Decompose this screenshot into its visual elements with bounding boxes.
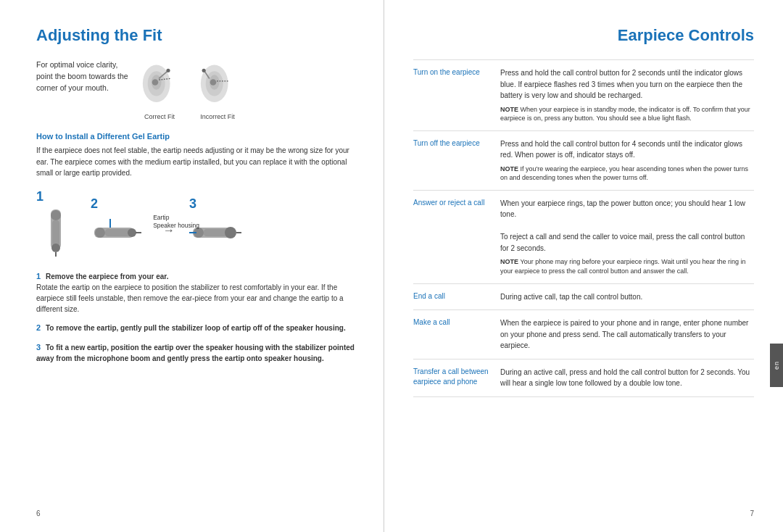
ctrl-row-1: Turn off the earpiecePress and hold the …	[413, 130, 754, 190]
left-page-title: Adjusting the Fit	[36, 26, 355, 45]
svg-point-20	[95, 228, 105, 238]
gel-eartip-body: If the earpiece does not feel stable, th…	[36, 145, 355, 179]
ctrl-label-1: Turn off the earpiece	[413, 130, 500, 190]
left-page: Adjusting the Fit For optimal voice clar…	[0, 0, 384, 532]
gel-eartip-section-title: How to Install a Different Gel Eartip	[36, 132, 355, 141]
ctrl-row-5: Transfer a call between earpiece and pho…	[413, 359, 754, 396]
svg-point-10	[210, 79, 217, 86]
ctrl-note-1: NOTE If you're wearing the earpiece, you…	[500, 165, 754, 183]
numbered-steps: 1 Remove the earpiece from your ear. Rot…	[36, 270, 355, 365]
ctrl-row-2: Answer or reject a callWhen your earpiec…	[413, 190, 754, 283]
svg-point-3	[152, 79, 159, 86]
step-2-label: 2	[36, 323, 41, 332]
incorrect-fit-image: Incorrect Fit	[196, 59, 239, 120]
step-1-body: Rotate the eartip on the earpiece to pos…	[36, 283, 344, 313]
diagram-step-1-num: 1	[36, 189, 44, 204]
ctrl-content-2: When your earpiece rings, tap the power …	[500, 190, 754, 283]
diagram-step-2: 2 Eartip Speaker housing	[91, 196, 149, 253]
ctrl-content-4: When the earpiece is paired to your phon…	[500, 310, 754, 359]
svg-rect-16	[52, 220, 59, 246]
step1-svg	[36, 206, 76, 260]
steps-diagram-row: 1 2	[36, 189, 355, 260]
ctrl-row-0: Turn on the earpiecePress and hold the c…	[413, 60, 754, 131]
ctrl-label-0: Turn on the earpiece	[413, 60, 500, 131]
step-3-bold: To fit a new eartip, position the eartip…	[36, 344, 355, 363]
step-item-3: 3 To fit a new eartip, position the eart…	[36, 341, 355, 365]
correct-fit-image: Correct Fit	[138, 59, 181, 120]
ctrl-content-0: Press and hold the call control button f…	[500, 60, 754, 131]
controls-table: Turn on the earpiecePress and hold the c…	[413, 59, 754, 397]
step-item-1: 1 Remove the earpiece from your ear. Rot…	[36, 270, 355, 315]
ctrl-content-5: During an active call, press and hold th…	[500, 359, 754, 396]
ctrl-label-5: Transfer a call between earpiece and pho…	[413, 359, 500, 396]
ctrl-content-3: During active call, tap the call control…	[500, 283, 754, 310]
step-1-label: 1	[36, 272, 41, 280]
side-tab-text: en	[773, 361, 780, 370]
ctrl-row-4: Make a callWhen the earpiece is paired t…	[413, 310, 754, 359]
right-page-number: 7	[750, 510, 754, 518]
svg-point-5	[166, 69, 170, 72]
right-page-title: Earpiece Controls	[413, 26, 754, 45]
diagram-step-1: 1	[36, 189, 76, 260]
svg-point-17	[51, 244, 60, 252]
step-3-label: 3	[36, 343, 41, 352]
right-page: Earpiece Controls Turn on the earpiecePr…	[384, 0, 783, 532]
left-page-number: 6	[36, 510, 41, 518]
eartip-label: Eartip Speaker housing	[153, 214, 199, 230]
ctrl-row-3: End a callDuring active call, tap the ca…	[413, 283, 754, 310]
diagram-step-2-num: 2	[91, 196, 98, 212]
svg-point-28	[225, 227, 236, 238]
diagram-step-3-num: 3	[189, 196, 196, 212]
step2-svg	[91, 213, 149, 253]
correct-fit-section: For optimal voice clarity, point the boo…	[36, 59, 355, 120]
step-item-2: 2 To remove the eartip, gently pull the …	[36, 322, 355, 334]
svg-point-12	[202, 69, 206, 72]
ctrl-label-3: End a call	[413, 283, 500, 310]
svg-point-22	[128, 228, 136, 237]
correct-fit-label: Correct Fit	[144, 113, 175, 120]
ctrl-label-4: Make a call	[413, 310, 500, 359]
step-2-bold: To remove the eartip, gently pull the st…	[46, 324, 346, 332]
side-tab: en	[770, 344, 783, 387]
ctrl-content-1: Press and hold the call control button f…	[500, 130, 754, 190]
incorrect-fit-label: Incorrect Fit	[200, 113, 235, 120]
incorrect-fit-svg	[196, 59, 239, 110]
svg-rect-21	[105, 229, 130, 236]
svg-point-15	[51, 210, 61, 220]
ctrl-label-2: Answer or reject a call	[413, 190, 500, 283]
fit-description: For optimal voice clarity, point the boo…	[36, 59, 130, 93]
correct-fit-svg	[138, 59, 181, 110]
ctrl-note-0: NOTE When your earpiece is in standby mo…	[500, 105, 754, 123]
fit-images: Correct Fit Incorrect Fit	[138, 59, 239, 120]
step-1-bold: Remove the earpiece from your ear.	[46, 273, 169, 280]
ctrl-note-2: NOTE Your phone may ring before your ear…	[500, 257, 754, 275]
